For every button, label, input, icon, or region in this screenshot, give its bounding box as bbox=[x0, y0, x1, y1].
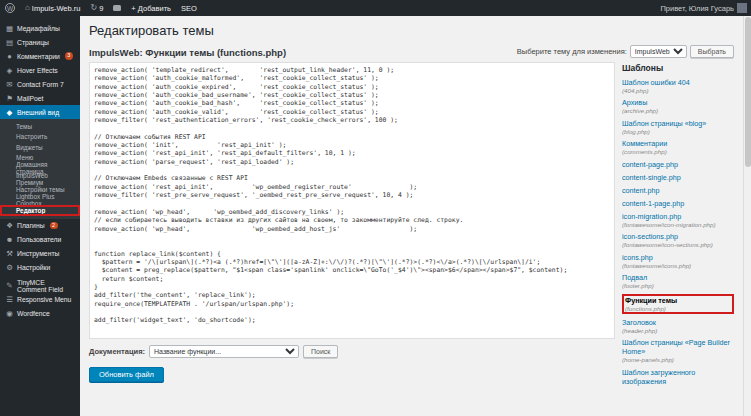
update-file-button[interactable]: Обновить файл bbox=[89, 367, 164, 382]
pages-icon: ▤ bbox=[5, 38, 14, 47]
hover-effects-icon: ◈ bbox=[5, 66, 14, 75]
template-file-desc: (footer.php) bbox=[622, 282, 734, 289]
sidebar-item-contact-form-7[interactable]: ✉ Contact Form 7 bbox=[0, 77, 80, 91]
template-file-blog[interactable]: Шаблон страницы «blog» (blog.php) bbox=[622, 119, 734, 135]
site-name-link[interactable]: ⌂ Impuls-Web.ru bbox=[20, 0, 85, 16]
updates-link[interactable]: ↻ 9 bbox=[85, 0, 108, 16]
template-file-link[interactable]: icon-sections.php bbox=[622, 232, 734, 241]
template-file-link[interactable]: Шаблон ошибки 404 bbox=[622, 78, 734, 87]
sidebar-item-mailpoet[interactable]: ⚑ MailPoet bbox=[0, 91, 80, 105]
main-content: Редактировать темы ImpulsWeb: Функции те… bbox=[80, 16, 743, 416]
template-file-desc: (home-panels.php) bbox=[622, 356, 734, 363]
wordpress-admin-window: W ⌂ Impuls-Web.ru ↻ 9 + Добавить SEO При… bbox=[0, 0, 751, 416]
template-file-content-single[interactable]: content-single.php bbox=[622, 173, 734, 182]
template-file-link[interactable]: icon-migration.php bbox=[622, 212, 734, 221]
documentation-label: Документация: bbox=[89, 347, 145, 356]
wordfence-icon: ◉ bbox=[5, 309, 14, 318]
submenu-item-widgets[interactable]: Виджеты bbox=[0, 142, 80, 153]
scrollbar-thumb[interactable] bbox=[745, 17, 751, 167]
editor-row: remove_action( 'template_redirect', 'res… bbox=[89, 62, 734, 390]
theme-select-row: Выберите тему для изменения: ImpulsWeb В… bbox=[517, 45, 734, 58]
comments-bubble-icon bbox=[113, 5, 121, 11]
appearance-submenu: Темы Настроить Виджеты Меню Домашняя стр… bbox=[0, 119, 80, 219]
template-file-link[interactable]: Подвал bbox=[622, 273, 734, 282]
template-file-comments[interactable]: Комментарии (comments.php) bbox=[622, 139, 734, 155]
template-file-link[interactable]: content.php bbox=[622, 186, 734, 195]
sidebar-item-label: Contact Form 7 bbox=[17, 81, 64, 88]
seo-label: SEO bbox=[181, 4, 197, 13]
template-file-link[interactable]: Архивы bbox=[622, 98, 734, 107]
template-file-link[interactable]: Шаблон страницы «blog» bbox=[622, 119, 734, 128]
submenu-label: Темы bbox=[16, 123, 32, 130]
submenu-item-customize[interactable]: Настроить bbox=[0, 132, 80, 143]
sidebar-item-appearance[interactable]: ◆ Внешний вид bbox=[0, 105, 80, 119]
template-file-link[interactable]: content-1-page.php bbox=[622, 199, 734, 208]
template-file-link[interactable]: content-single.php bbox=[622, 173, 734, 182]
template-file-functions-current[interactable]: Функции темы (functions.php) bbox=[622, 294, 734, 314]
template-file-home-panels[interactable]: Шаблон страницы «Page Builder Home» (hom… bbox=[622, 338, 734, 363]
sidebar-item-responsive-menu[interactable]: ☰ Responsive Menu bbox=[0, 293, 80, 307]
sidebar-item-tools[interactable]: ⚒ Инструменты bbox=[0, 247, 80, 261]
template-file-link[interactable]: Шаблон загруженного изображения bbox=[622, 368, 734, 386]
page-title: Редактировать темы bbox=[89, 23, 734, 38]
comments-icon: ● bbox=[5, 52, 14, 61]
wp-logo-menu[interactable]: W bbox=[0, 0, 20, 16]
seo-menu[interactable]: SEO bbox=[176, 0, 202, 16]
user-greeting: Привет, Юлия Гусарь bbox=[660, 4, 734, 13]
sidebar-item-media[interactable]: ▦ Медиафайлы bbox=[0, 21, 80, 35]
template-file-link[interactable]: content-page.php bbox=[622, 160, 734, 169]
template-file-icon-migration[interactable]: icon-migration.php (fontawesome/icon-mig… bbox=[622, 212, 734, 228]
template-file-archive[interactable]: Архивы (archive.php) bbox=[622, 98, 734, 114]
file-header: ImpulsWeb: Функции темы (functions.php) … bbox=[89, 45, 734, 58]
template-file-icon-sections[interactable]: icon-sections.php (fontawesome/icon-sect… bbox=[622, 232, 734, 248]
template-file-link[interactable]: Комментарии bbox=[622, 139, 734, 148]
template-file-image[interactable]: Шаблон загруженного изображения bbox=[622, 368, 734, 386]
add-new-menu[interactable]: + Добавить bbox=[126, 0, 176, 16]
sidebar-item-wordfence[interactable]: ◉ Wordfence bbox=[0, 307, 80, 321]
home-icon: ⌂ bbox=[25, 4, 30, 12]
sidebar-item-tinymce-comment-field[interactable]: ✎ TinyMCE Comment Field bbox=[0, 279, 80, 293]
sidebar-item-hover-effects[interactable]: ◈ Hover Effects bbox=[0, 63, 80, 77]
documentation-select[interactable]: Название функции... bbox=[149, 345, 299, 358]
template-file-footer[interactable]: Подвал (footer.php) bbox=[622, 273, 734, 289]
tinymce-icon: ✎ bbox=[5, 281, 14, 290]
updates-count: 9 bbox=[99, 4, 103, 13]
template-file-desc: (functions.php) bbox=[625, 305, 731, 312]
template-file-icons[interactable]: icons.php (fontawesome/icons.php) bbox=[622, 253, 734, 269]
template-file-content[interactable]: content.php bbox=[622, 186, 734, 195]
template-file-content-page[interactable]: content-page.php bbox=[622, 160, 734, 169]
template-file-desc: (fontawesome/icon-sections.php) bbox=[622, 241, 734, 248]
sidebar-item-label: Hover Effects bbox=[17, 67, 58, 74]
site-name: Impuls-Web.ru bbox=[32, 4, 81, 13]
templates-title: Шаблоны bbox=[622, 63, 734, 73]
template-file-404[interactable]: Шаблон ошибки 404 (404.php) bbox=[622, 78, 734, 94]
sidebar-item-users[interactable]: ☻ Пользователи bbox=[0, 233, 80, 247]
template-file-link[interactable]: icons.php bbox=[622, 253, 734, 262]
plugins-count-badge: 2 bbox=[50, 222, 58, 230]
docs-search-button[interactable]: Поиск bbox=[303, 345, 338, 358]
sidebar-item-plugins[interactable]: ❖ Плагины 2 bbox=[0, 219, 80, 233]
template-file-link[interactable]: Заголовок bbox=[622, 318, 734, 327]
comments-link[interactable] bbox=[108, 0, 126, 16]
comments-count-badge: 3 bbox=[65, 52, 73, 60]
code-editor-textarea[interactable]: remove_action( 'template_redirect', 'res… bbox=[89, 62, 615, 339]
theme-select[interactable]: ImpulsWeb bbox=[630, 45, 687, 58]
submenu-item-impulsweb-premium[interactable]: ImpulsWeb Премиум bbox=[0, 174, 80, 185]
submenu-item-themes[interactable]: Темы bbox=[0, 121, 80, 132]
sidebar-item-label: Настройки bbox=[17, 264, 50, 271]
sidebar-item-pages[interactable]: ▤ Страницы bbox=[0, 35, 80, 49]
media-icon: ▦ bbox=[5, 24, 14, 33]
template-file-content-1-page[interactable]: content-1-page.php bbox=[622, 199, 734, 208]
sidebar-item-comments[interactable]: ● Комментарии 3 bbox=[0, 49, 80, 63]
window-scrollbar[interactable] bbox=[743, 16, 751, 416]
appearance-icon: ◆ bbox=[5, 108, 14, 117]
template-file-link[interactable]: Функции темы bbox=[625, 296, 731, 305]
users-icon: ☻ bbox=[5, 235, 14, 244]
sidebar-item-label: Комментарии bbox=[17, 53, 60, 60]
account-menu[interactable]: Привет, Юлия Гусарь bbox=[660, 3, 751, 13]
sidebar-item-settings[interactable]: ⚙ Настройки bbox=[0, 261, 80, 275]
template-file-link[interactable]: Шаблон страницы «Page Builder Home» bbox=[622, 338, 734, 356]
template-file-header[interactable]: Заголовок (header.php) bbox=[622, 318, 734, 334]
submenu-item-lightbox-plus-colorbox[interactable]: Lightbox Plus Colorbox bbox=[0, 195, 80, 206]
select-theme-button[interactable]: Выбрать bbox=[690, 45, 734, 58]
